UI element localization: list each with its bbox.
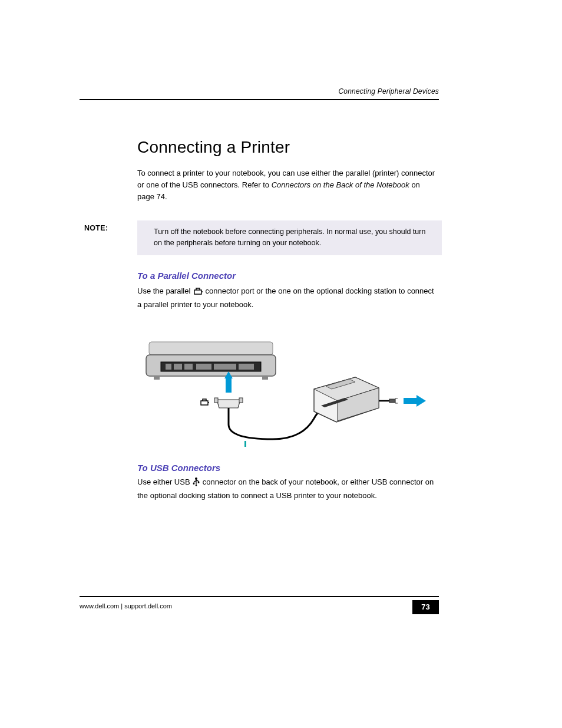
- footer-rule: [80, 596, 439, 597]
- intro-xref: Connectors on the Back of the Notebook: [272, 180, 409, 189]
- svg-marker-20: [416, 395, 426, 407]
- parallel-port-icon: [201, 399, 209, 405]
- parallel-paragraph: Use the parallel connector port or the o…: [137, 285, 439, 311]
- svg-rect-4: [166, 364, 171, 370]
- svg-rect-11: [262, 376, 268, 380]
- chapter-label: Connecting Peripheral Devices: [80, 87, 439, 95]
- parallel-port-icon: [193, 287, 203, 299]
- right-arrow-icon: [404, 395, 426, 407]
- svg-rect-5: [174, 364, 182, 370]
- note-box: Turn off the notebook before connecting …: [137, 220, 442, 255]
- svg-rect-6: [184, 364, 193, 370]
- parallel-text-before: Use the parallel: [137, 286, 193, 295]
- note-text: Turn off the notebook before connecting …: [154, 228, 425, 247]
- svg-rect-7: [196, 364, 211, 370]
- svg-rect-10: [154, 376, 160, 380]
- svg-marker-25: [196, 485, 197, 486]
- intro-paragraph: To connect a printer to your notebook, y…: [137, 167, 439, 203]
- header-rule: [80, 99, 439, 100]
- usb-paragraph: Use either USB connector on the back of …: [137, 476, 439, 502]
- page-header: Connecting Peripheral Devices: [80, 87, 439, 100]
- svg-rect-8: [214, 364, 236, 370]
- svg-rect-19: [404, 398, 416, 404]
- printer-illustration: [314, 377, 398, 422]
- usb-icon: [192, 477, 200, 490]
- page-number: 73: [412, 600, 439, 614]
- svg-rect-15: [214, 398, 218, 403]
- svg-rect-24: [198, 482, 200, 483]
- section-title: Connecting a Printer: [137, 138, 290, 157]
- laptop-rear-illustration: [146, 342, 276, 380]
- note-label: NOTE:: [84, 224, 108, 232]
- svg-point-23: [193, 483, 195, 485]
- usb-text-before: Use either USB: [137, 477, 192, 486]
- page: Connecting Peripheral Devices Connecting…: [0, 0, 562, 728]
- footer-text: www.dell.com | support.dell.com: [80, 602, 172, 610]
- db25-connector-illustration: [214, 398, 243, 424]
- svg-rect-16: [239, 398, 243, 403]
- subheading-parallel: To a Parallel Connector: [137, 271, 236, 281]
- svg-rect-1: [149, 342, 273, 355]
- subheading-usb: To USB Connectors: [137, 463, 220, 473]
- connection-diagram: [137, 330, 439, 454]
- svg-rect-9: [239, 364, 254, 370]
- svg-rect-13: [226, 378, 232, 393]
- cable-marker-icon: [244, 441, 246, 447]
